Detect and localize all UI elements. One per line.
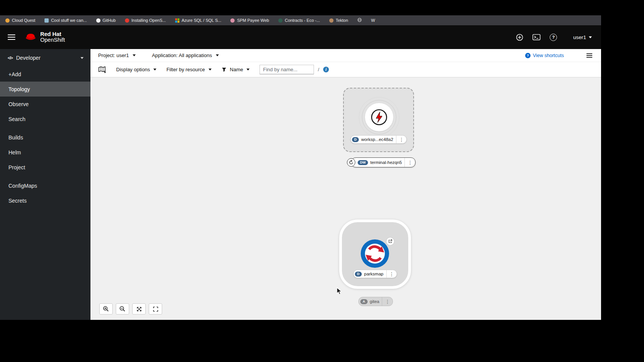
chevron-down-icon bbox=[133, 54, 136, 56]
bookmark-globe[interactable] bbox=[357, 18, 362, 23]
zoom-out-icon bbox=[119, 306, 126, 312]
bookmark-contracts[interactable]: Contracts - Eco -... bbox=[278, 18, 320, 23]
context-bar: Project: user1 Application: All applicat… bbox=[90, 49, 601, 62]
export-application-map-icon[interactable] bbox=[98, 66, 106, 73]
view-shortcuts-link[interactable]: ? View shortcuts bbox=[525, 53, 564, 58]
bookmark-label: Azure SQL / SQL S... bbox=[182, 18, 222, 23]
parksmap-deployment-node[interactable]: D parksmap ⋮ bbox=[339, 219, 411, 289]
workload-name: worksp...ec48a2 bbox=[361, 137, 393, 142]
sidebar-item-secrets[interactable]: Secrets bbox=[0, 193, 90, 208]
zoom-out-button[interactable] bbox=[116, 303, 129, 314]
bookmark-installing-openshift[interactable]: Installing OpenS... bbox=[125, 18, 166, 23]
project-selector[interactable]: Project: user1 bbox=[98, 52, 136, 58]
username: user1 bbox=[573, 34, 586, 40]
code-icon: </> bbox=[8, 56, 13, 60]
filter-by-resource-dropdown[interactable]: Filter by resource bbox=[166, 67, 211, 72]
kebab-menu-icon[interactable]: ⋮ bbox=[386, 270, 397, 278]
mouse-cursor bbox=[337, 287, 342, 297]
display-options-dropdown[interactable]: Display options bbox=[116, 67, 156, 72]
zoom-in-icon bbox=[103, 306, 109, 312]
workspace-deployment-node[interactable]: D worksp...ec48a2 ⋮ bbox=[343, 88, 414, 152]
user-menu[interactable]: user1 bbox=[573, 34, 592, 40]
window-icon bbox=[44, 18, 49, 23]
bookmark-tekton[interactable]: Tekton bbox=[329, 18, 348, 23]
redhat-fedora-icon bbox=[25, 32, 37, 42]
bookmark-cloud-quest[interactable]: Cloud Quest bbox=[5, 18, 35, 23]
chevron-down-icon bbox=[589, 36, 592, 38]
chevron-down-icon bbox=[153, 69, 156, 70]
bookmarks-bar: Cloud Quest Cool stuff we can... GitHub … bbox=[0, 15, 601, 25]
list-view-toggle-icon[interactable] bbox=[586, 53, 593, 58]
sidebar-item-helm[interactable]: Helm bbox=[0, 145, 90, 160]
find-by-name-input[interactable] bbox=[260, 65, 314, 74]
kebab-menu-icon[interactable]: ⋮ bbox=[382, 297, 393, 306]
brand-line-2: OpenShift bbox=[40, 37, 65, 43]
perspective-switcher[interactable]: </> Developer bbox=[0, 49, 90, 67]
help-icon[interactable]: ? bbox=[550, 34, 557, 41]
sidebar-item-configmaps[interactable]: ConfigMaps bbox=[0, 178, 90, 193]
sync-arrow-decorator-icon[interactable] bbox=[347, 158, 355, 167]
parksmap-node-label[interactable]: D parksmap ⋮ bbox=[353, 270, 397, 278]
zoom-in-button[interactable] bbox=[99, 303, 113, 314]
name-filter-label: Name bbox=[230, 67, 243, 72]
pink-dot-icon bbox=[230, 18, 235, 23]
workload-name: terminal-hezqn5 bbox=[370, 160, 402, 165]
sidebar-item-project[interactable]: Project bbox=[0, 160, 90, 175]
kebab-menu-icon[interactable]: ⋮ bbox=[404, 158, 415, 167]
microsoft-grid-icon bbox=[175, 18, 179, 23]
nav-toggle-hamburger-icon[interactable] bbox=[8, 34, 15, 40]
tan-dot-icon bbox=[329, 18, 334, 23]
application-selector[interactable]: Application: All applications bbox=[152, 52, 219, 58]
external-link-decorator[interactable] bbox=[386, 238, 394, 245]
bookmark-azure-sql[interactable]: Azure SQL / SQL S... bbox=[175, 18, 222, 23]
bookmark-label: Cool stuff we can... bbox=[51, 18, 87, 23]
name-filter-dropdown[interactable]: Name bbox=[222, 67, 250, 72]
sidebar-item-search[interactable]: Search bbox=[0, 111, 90, 126]
browser-window: Cloud Quest Cool stuff we can... GitHub … bbox=[0, 15, 601, 320]
workspace-node-circle[interactable] bbox=[365, 103, 393, 131]
masthead: Red Hat OpenShift ? user1 bbox=[0, 25, 601, 49]
web-terminal-icon[interactable] bbox=[532, 34, 540, 41]
gitea-application-label[interactable]: A gitea ⋮ bbox=[358, 297, 393, 306]
bookmark-spm-payee[interactable]: SPM Payee Web bbox=[230, 18, 269, 23]
fullscreen-button[interactable] bbox=[149, 303, 162, 314]
desktop-background: Cloud Quest Cool stuff we can... GitHub … bbox=[0, 0, 644, 362]
expand-arrows-icon bbox=[136, 306, 142, 312]
topology-canvas[interactable]: D worksp...ec48a2 ⋮ DW terminal-hezqn5 bbox=[90, 77, 601, 320]
project-selector-label: Project: user1 bbox=[98, 52, 129, 58]
fullscreen-corners-icon bbox=[153, 306, 159, 312]
deployment-badge: D bbox=[355, 272, 362, 277]
help-glyph: ? bbox=[552, 35, 555, 39]
bookmark-w[interactable]: W bbox=[371, 18, 375, 23]
brand-line-1: Red Hat bbox=[40, 31, 65, 37]
terminal-node-label[interactable]: DW terminal-hezqn5 ⋮ bbox=[351, 157, 416, 167]
green-dot-icon bbox=[278, 18, 283, 23]
bookmark-label: GitHub bbox=[103, 18, 116, 23]
chevron-down-icon bbox=[246, 69, 250, 70]
bookmark-github[interactable]: GitHub bbox=[96, 18, 116, 23]
workspace-node-label[interactable]: D worksp...ec48a2 ⋮ bbox=[350, 135, 407, 144]
github-icon bbox=[96, 18, 100, 23]
bookmark-label: Installing OpenS... bbox=[131, 18, 166, 23]
application-selector-label: Application: All applications bbox=[152, 52, 212, 58]
sidebar-item-observe[interactable]: Observe bbox=[0, 97, 90, 111]
slash-shortcut-hint: / bbox=[318, 67, 319, 72]
add-plus-circle-icon[interactable] bbox=[516, 34, 523, 41]
info-icon[interactable]: i bbox=[323, 67, 329, 72]
view-shortcuts-label: View shortcuts bbox=[533, 53, 564, 58]
filter-by-resource-label: Filter by resource bbox=[166, 67, 205, 72]
bookmark-label: Cloud Quest bbox=[12, 18, 35, 23]
fit-to-screen-button[interactable] bbox=[132, 303, 146, 314]
sidebar-item-add[interactable]: +Add bbox=[0, 67, 90, 82]
application-badge: A bbox=[360, 299, 368, 304]
sidebar-item-builds[interactable]: Builds bbox=[0, 130, 90, 145]
lightning-bolt-icon bbox=[370, 108, 388, 126]
chevron-down-icon bbox=[209, 69, 212, 70]
openshift-icon bbox=[125, 18, 129, 23]
redhat-openshift-logo: Red Hat OpenShift bbox=[25, 31, 65, 43]
sidebar-nav: </> Developer +Add Topology Observe Sear… bbox=[0, 49, 90, 320]
deployment-badge: D bbox=[352, 137, 359, 142]
kebab-menu-icon[interactable]: ⋮ bbox=[396, 136, 407, 143]
sidebar-item-topology[interactable]: Topology bbox=[0, 82, 90, 97]
bookmark-cool-stuff[interactable]: Cool stuff we can... bbox=[44, 18, 87, 23]
